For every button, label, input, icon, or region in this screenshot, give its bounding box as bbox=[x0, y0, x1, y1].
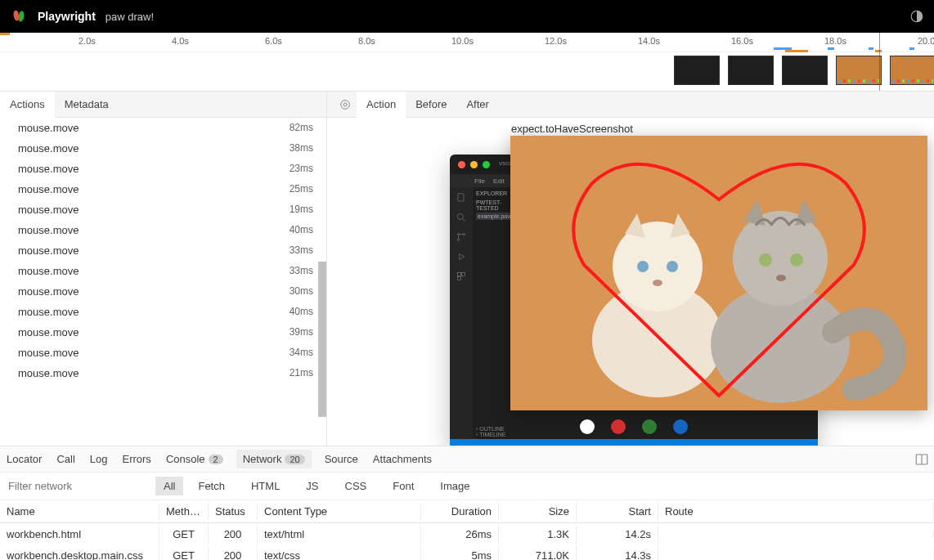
col-size[interactable]: Size bbox=[499, 502, 577, 521]
tab-actions[interactable]: Actions bbox=[0, 92, 55, 118]
col-status[interactable]: Status bbox=[209, 502, 258, 521]
filter-chip-image[interactable]: Image bbox=[432, 477, 478, 495]
filter-chip-js[interactable]: JS bbox=[298, 477, 326, 495]
action-row[interactable]: mouse.move40ms bbox=[0, 220, 326, 240]
tab-call[interactable]: Call bbox=[55, 450, 76, 468]
col-route[interactable]: Route bbox=[658, 502, 934, 521]
timeline-playhead[interactable] bbox=[879, 33, 880, 91]
film-frame[interactable] bbox=[782, 56, 828, 85]
playwright-logo bbox=[10, 7, 28, 25]
files-icon bbox=[456, 192, 467, 204]
split-pane-icon[interactable] bbox=[914, 452, 929, 467]
timeline-tick: 2.0s bbox=[79, 36, 96, 46]
film-frame[interactable] bbox=[836, 56, 882, 85]
tab-locator[interactable]: Locator bbox=[5, 450, 43, 468]
svg-line-5 bbox=[463, 219, 465, 222]
tab-before[interactable]: Before bbox=[406, 92, 456, 117]
action-name: mouse.move bbox=[18, 142, 79, 155]
locator-target-icon[interactable] bbox=[334, 92, 357, 117]
heart-drawing-icon bbox=[551, 142, 887, 404]
action-row[interactable]: mouse.move39ms bbox=[0, 322, 326, 343]
col-content-type[interactable]: Content Type bbox=[258, 502, 421, 521]
cell-start: 14.2s bbox=[577, 525, 658, 544]
action-row[interactable]: mouse.move33ms bbox=[0, 261, 326, 281]
timeline-tick: 6.0s bbox=[265, 36, 282, 46]
timeline-tick: 16.0s bbox=[731, 36, 753, 46]
filter-chip-fetch[interactable]: Fetch bbox=[190, 477, 233, 495]
cell-content-type: text/html bbox=[258, 525, 421, 544]
action-row[interactable]: mouse.move82ms bbox=[0, 118, 326, 138]
trace-title: paw draw! bbox=[106, 11, 154, 23]
network-row[interactable]: workbench.htmlGET200text/html26ms1.3K14.… bbox=[0, 523, 934, 544]
action-row[interactable]: mouse.move40ms bbox=[0, 302, 326, 322]
network-filter-row: All Fetch HTML JS CSS Font Image bbox=[0, 473, 934, 500]
action-name: mouse.move bbox=[18, 122, 79, 134]
action-duration: 34ms bbox=[290, 347, 313, 359]
action-row[interactable]: mouse.move30ms bbox=[0, 281, 326, 302]
action-row[interactable]: mouse.move23ms bbox=[0, 159, 326, 179]
actions-pane: Actions Metadata mouse.move82msmouse.mov… bbox=[0, 92, 327, 446]
col-method[interactable]: Method bbox=[159, 502, 209, 521]
snapshot-body: expect.toHaveScreenshot vscode-fil File … bbox=[327, 118, 934, 446]
tab-source[interactable]: Source bbox=[323, 450, 360, 468]
tab-attachments[interactable]: Attachments bbox=[371, 450, 433, 468]
paw-white-icon bbox=[580, 419, 595, 434]
action-name: mouse.move bbox=[18, 347, 79, 359]
cell-start: 14.3s bbox=[577, 546, 658, 561]
filter-chip-font[interactable]: Font bbox=[384, 477, 422, 495]
action-name: mouse.move bbox=[18, 204, 79, 216]
network-row[interactable]: workbench.desktop.main.cssGET200text/css… bbox=[0, 544, 934, 560]
tab-console[interactable]: Console2 bbox=[164, 450, 225, 468]
timeline-label: TIMELINE bbox=[479, 432, 505, 437]
timeline[interactable]: 2.0s 4.0s 6.0s 8.0s 10.0s 12.0s 14.0s 16… bbox=[0, 33, 934, 92]
svg-rect-12 bbox=[457, 277, 460, 280]
action-duration: 38ms bbox=[290, 142, 313, 155]
timeline-segment bbox=[875, 50, 882, 52]
tab-errors[interactable]: Errors bbox=[120, 450, 152, 468]
action-row[interactable]: mouse.move25ms bbox=[0, 179, 326, 199]
menu-item: File bbox=[474, 177, 485, 185]
filter-chip-css[interactable]: CSS bbox=[337, 477, 375, 495]
film-frame[interactable] bbox=[728, 56, 774, 85]
action-list[interactable]: mouse.move82msmouse.move38msmouse.move23… bbox=[0, 118, 326, 446]
action-duration: 40ms bbox=[290, 224, 313, 236]
timeline-segment bbox=[909, 47, 914, 50]
cell-route bbox=[658, 552, 934, 558]
action-name: mouse.move bbox=[18, 285, 79, 298]
screenshot-popup bbox=[510, 136, 927, 410]
col-start[interactable]: Start bbox=[577, 502, 658, 521]
network-filter-input[interactable] bbox=[0, 473, 155, 500]
filter-chip-all[interactable]: All bbox=[155, 477, 183, 495]
left-tabs: Actions Metadata bbox=[0, 92, 326, 118]
action-duration: 21ms bbox=[290, 367, 313, 379]
action-row[interactable]: mouse.move19ms bbox=[0, 199, 326, 220]
tab-metadata[interactable]: Metadata bbox=[55, 92, 119, 117]
action-row[interactable]: mouse.move21ms bbox=[0, 363, 326, 383]
scrollbar-thumb[interactable] bbox=[318, 262, 326, 417]
branch-icon bbox=[456, 231, 467, 243]
tab-log[interactable]: Log bbox=[88, 450, 110, 468]
action-name: mouse.move bbox=[18, 224, 79, 236]
tab-action[interactable]: Action bbox=[357, 92, 406, 118]
tab-after[interactable]: After bbox=[456, 92, 498, 117]
bottom-panel: Locator Call Log Errors Console2 Network… bbox=[0, 446, 934, 560]
svg-point-8 bbox=[463, 233, 465, 235]
cell-method: GET bbox=[159, 546, 209, 561]
tab-network-label: Network bbox=[243, 453, 282, 465]
cell-size: 1.3K bbox=[499, 525, 577, 544]
action-row[interactable]: mouse.move33ms bbox=[0, 240, 326, 261]
col-duration[interactable]: Duration bbox=[421, 502, 499, 521]
action-row[interactable]: mouse.move34ms bbox=[0, 343, 326, 363]
action-row[interactable]: mouse.move38ms bbox=[0, 138, 326, 159]
svg-rect-3 bbox=[458, 194, 464, 201]
svg-point-4 bbox=[457, 213, 463, 219]
cell-content-type: text/css bbox=[258, 546, 421, 561]
filter-chip-html[interactable]: HTML bbox=[243, 477, 288, 495]
timeline-tick: 4.0s bbox=[172, 36, 189, 46]
film-frame[interactable] bbox=[890, 56, 934, 85]
film-frame[interactable] bbox=[674, 56, 720, 85]
col-name[interactable]: Name bbox=[0, 502, 159, 521]
tab-network[interactable]: Network20 bbox=[236, 450, 312, 468]
theme-toggle-icon[interactable] bbox=[909, 9, 924, 24]
bottom-tabs: Locator Call Log Errors Console2 Network… bbox=[0, 446, 934, 473]
